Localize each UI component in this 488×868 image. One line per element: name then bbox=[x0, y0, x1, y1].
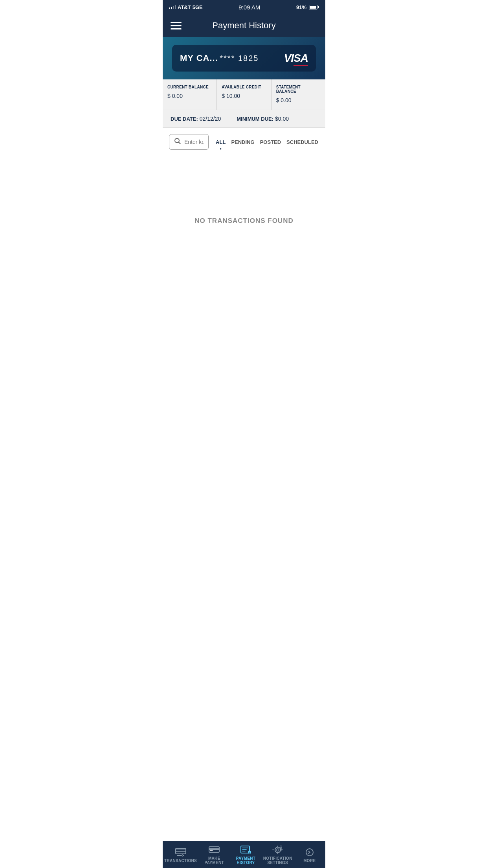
available-credit-item: AVAILABLE CREDIT $ 10.00 bbox=[217, 79, 271, 110]
statement-balance-label: STATEMENT BALANCE bbox=[276, 85, 321, 94]
card-info-box: MY CA... **** 1825 VISA bbox=[172, 45, 316, 72]
card-number: **** 1825 bbox=[220, 54, 259, 63]
due-date-row: DUE DATE: 02/12/20 MINIMUM DUE: $0.00 bbox=[163, 110, 325, 128]
header: Payment History bbox=[163, 14, 325, 37]
hamburger-line-2 bbox=[171, 25, 182, 26]
hamburger-line-1 bbox=[171, 22, 182, 23]
current-balance-currency: $ bbox=[167, 93, 172, 99]
status-bar: AT&T 5GE 9:09 AM 91% bbox=[163, 0, 325, 14]
due-date-label: DUE DATE: bbox=[171, 116, 198, 122]
filter-tab-pending[interactable]: PENDING bbox=[230, 137, 255, 147]
current-balance-amount: 0.00 bbox=[172, 93, 183, 99]
battery-icon bbox=[309, 5, 319, 9]
search-box bbox=[169, 134, 209, 150]
visa-logo: VISA bbox=[284, 52, 308, 64]
search-filter-row: ALL PENDING POSTED SCHEDULED bbox=[163, 128, 325, 153]
search-input[interactable] bbox=[184, 139, 204, 145]
time-label: 9:09 AM bbox=[238, 4, 260, 11]
filter-tab-posted[interactable]: POSTED bbox=[259, 137, 282, 147]
carrier-label: AT&T bbox=[178, 4, 191, 10]
statement-balance-item: STATEMENT BALANCE $ 0.00 bbox=[272, 79, 325, 110]
available-credit-amount: 10.00 bbox=[226, 93, 240, 99]
status-right: 91% bbox=[296, 4, 319, 10]
current-balance-value: $ 0.00 bbox=[167, 91, 212, 100]
main-content: ALL PENDING POSTED SCHEDULED NO TRANSACT… bbox=[163, 128, 325, 324]
filter-tab-scheduled[interactable]: SCHEDULED bbox=[286, 137, 319, 147]
network-label: 5GE bbox=[193, 4, 203, 10]
svg-line-1 bbox=[179, 142, 180, 144]
hamburger-line-3 bbox=[171, 28, 182, 29]
empty-state-message: NO TRANSACTIONS FOUND bbox=[194, 217, 293, 225]
current-balance-label: CURRENT BALANCE bbox=[167, 85, 212, 89]
card-banner: MY CA... **** 1825 VISA bbox=[163, 37, 325, 79]
current-balance-item: CURRENT BALANCE $ 0.00 bbox=[163, 79, 217, 110]
status-left: AT&T 5GE bbox=[169, 4, 203, 10]
filter-tabs: ALL PENDING POSTED SCHEDULED bbox=[215, 137, 319, 147]
signal-icon bbox=[169, 5, 176, 9]
battery-percent: 91% bbox=[296, 4, 306, 10]
card-name: MY CA... bbox=[180, 53, 218, 63]
statement-balance-currency: $ bbox=[276, 97, 281, 103]
available-credit-value: $ 10.00 bbox=[222, 91, 266, 100]
minimum-due-value: $0.00 bbox=[275, 116, 289, 122]
filter-tab-all[interactable]: ALL bbox=[215, 137, 226, 147]
minimum-due-label: MINIMUM DUE: bbox=[237, 116, 273, 122]
available-credit-label: AVAILABLE CREDIT bbox=[222, 85, 266, 89]
minimum-due-item: MINIMUM DUE: $0.00 bbox=[237, 116, 289, 122]
search-icon bbox=[174, 138, 181, 146]
balance-section: CURRENT BALANCE $ 0.00 AVAILABLE CREDIT … bbox=[163, 79, 325, 110]
menu-button[interactable] bbox=[171, 22, 182, 29]
due-date-value: 02/12/20 bbox=[200, 116, 221, 122]
available-credit-currency: $ bbox=[222, 93, 226, 99]
page-title: Payment History bbox=[212, 20, 275, 31]
statement-balance-amount: 0.00 bbox=[281, 97, 291, 103]
empty-state: NO TRANSACTIONS FOUND bbox=[163, 153, 325, 289]
due-date-item: DUE DATE: 02/12/20 bbox=[171, 116, 221, 122]
statement-balance-value: $ 0.00 bbox=[276, 95, 321, 104]
